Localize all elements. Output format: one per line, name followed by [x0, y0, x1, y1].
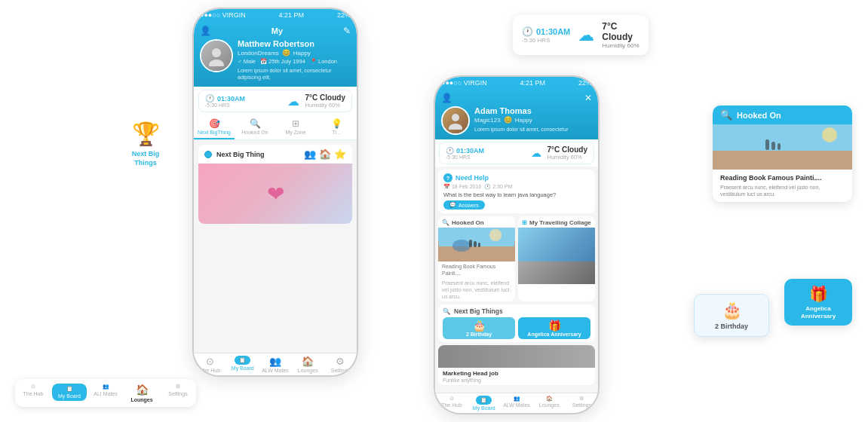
tab-icon-hooked: 🔍 [250, 118, 261, 129]
profile-sub-2: Magic123 😊 Happy [474, 116, 592, 124]
standalone-bar: ⊙ The Hub 📋 My Board 👥 ALI Mates 🏠 Loung… [15, 379, 196, 407]
nbt-icon-p2: 🔍 [443, 307, 451, 315]
birthday-label: 2 Birthday [704, 323, 759, 330]
svg-point-6 [489, 229, 501, 241]
ww-hrs: -5:30 HRS [522, 37, 570, 44]
bottom-bar-1: ⊙ The Hub 📋 My Board 👥 ALW Mates 🏠 Loung… [194, 353, 357, 375]
sb-my-board[interactable]: 📋 My Board [51, 384, 87, 402]
profile-icon-1: 👤 [200, 26, 211, 36]
hooked-on-image [438, 228, 515, 261]
p2-bottom-board[interactable]: 📋 My Board [468, 396, 500, 411]
nbt-award-label: Next BigThings [112, 150, 179, 167]
sb-lounges[interactable]: 🏠 Lounges [124, 384, 160, 402]
profile-header-2: 👤 ✕ Adam Thomas Magic123 😊 Happy [435, 89, 598, 139]
svg-rect-14 [765, 139, 769, 150]
cloud-icon-1: ☁ [287, 95, 299, 108]
p2-bottom-settings[interactable]: ⚙ Settings [566, 396, 598, 411]
group-icon[interactable]: 👥 [304, 148, 316, 160]
profile-name-1: Matthew Robertson [238, 39, 351, 48]
bottom-settings[interactable]: ⚙ Settings [324, 356, 357, 373]
bottom-my-board[interactable]: 📋 My Board [226, 356, 259, 373]
edit-icon-1[interactable]: ✎ [343, 26, 351, 36]
tab-hooked-on[interactable]: 🔍 Hooked On [235, 115, 275, 139]
travelling-image [518, 228, 595, 261]
profile-name-2: Adam Thomas [474, 106, 592, 115]
nbt-dot [204, 151, 212, 158]
p2-bottom-mates[interactable]: 👥 ALW Mates [500, 396, 532, 411]
p2-content: ? Need Help 📅 18 Feb 2016 🕐 2:30 PM What… [435, 167, 598, 393]
svg-rect-12 [713, 151, 852, 170]
mates-icon: 👥 [269, 356, 281, 367]
star-icon[interactable]: ⭐ [334, 148, 346, 160]
nbt-image: ❤ [198, 164, 352, 224]
tab-my-zone[interactable]: ⊞ My Zone [275, 115, 316, 139]
p2-board-icon: 📋 [476, 396, 492, 405]
need-help-question: What is the best way to learn java langu… [443, 191, 590, 198]
house-icon[interactable]: 🏠 [319, 148, 331, 160]
collage-icon: ⊞ [522, 219, 527, 226]
hw-title-bar: 🔍 Hooked On [713, 106, 852, 124]
bottom-alw-mates[interactable]: 👥 ALW Mates [259, 356, 291, 373]
tab-icon-nbt: 🎯 [209, 118, 220, 129]
avatar-2 [441, 106, 470, 135]
content-area-1: Next Big Thing 👥 🏠 ⭐ ❤ [194, 140, 357, 353]
lounges-icon: 🏠 [302, 356, 314, 367]
p2-hub-icon: ⊙ [449, 396, 454, 402]
status-bar-2: ●●●○○ VIRGIN 4:21 PM 22% [435, 77, 598, 89]
sb-lounges-icon: 🏠 [136, 384, 149, 396]
need-help-title: ? Need Help [443, 173, 590, 182]
nbt-card-title: Next Big Thing [216, 151, 265, 158]
sb-hub-icon: ⊙ [31, 384, 35, 390]
hooked-on-card: 🔍 Hooked On [438, 216, 515, 301]
svg-rect-16 [778, 143, 781, 150]
p2-bottom-hub[interactable]: ⊙ The Hub [435, 396, 468, 411]
hw-title: Hooked On [737, 111, 781, 120]
svg-point-13 [822, 127, 837, 142]
hooked-book-desc: Praesent arcu nunc, eleifend vel justo n… [438, 278, 515, 301]
hooked-icon: 🔍 [442, 219, 449, 226]
sb-the-hub[interactable]: ⊙ The Hub [15, 384, 51, 402]
weather-time-1: 01:30AM [217, 95, 245, 102]
status-bar-1: ●●●○○ VIRGIN 4:21 PM 22% [194, 9, 357, 21]
svg-rect-8 [469, 240, 472, 247]
answers-btn[interactable]: 💬 Answers [443, 200, 485, 209]
weather-temp-1: 7°C Cloudy [305, 93, 345, 102]
marketing-sub: Funlike anything [438, 378, 595, 385]
profile-title-1: My [211, 26, 343, 35]
sb-settings[interactable]: ⚙ Settings [160, 384, 196, 402]
p2-nbt-section: 🔍 Next Big Things 🎂 2 Birthday 🎁 Angelic… [438, 304, 595, 342]
travelling-title: ⊞ My Travelling Collage [518, 216, 595, 228]
close-icon-2[interactable]: ✕ [584, 93, 592, 103]
hw-book-title: Reading Book Famous Painti.... [720, 174, 845, 182]
battery-1: 22% [337, 11, 351, 19]
p2-nbt-title: 🔍 Next Big Things [443, 307, 590, 315]
weather-bar-1: 🕐 01:30AM -5:30 HRS ☁ 7°C Cloudy Humidit… [198, 90, 352, 112]
p2-bottom-lounges[interactable]: 🏠 Lounges [533, 396, 566, 411]
sb-alw-mates[interactable]: 👥 ALI Mates [87, 384, 124, 402]
svg-point-2 [452, 114, 459, 121]
p2-grid: 🔍 Hooked On [438, 216, 595, 301]
bottom-the-hub[interactable]: ⊙ The Hub [194, 356, 226, 373]
avatar-1 [200, 39, 233, 72]
nbt-card-1: Next Big Thing 👥 🏠 ⭐ ❤ [198, 145, 352, 224]
sb-settings-icon: ⚙ [176, 384, 180, 390]
phone-1: ●●●○○ VIRGIN 4:21 PM 22% 👤 My ✎ Matthew … [192, 8, 358, 377]
anniversary-label: Angelica Anniversary [792, 305, 845, 320]
p2-settings-icon: ⚙ [579, 396, 584, 402]
cloud-icon-2: ☁ [531, 147, 541, 159]
bottom-lounges[interactable]: 🏠 Lounges [292, 356, 324, 373]
marketing-image [438, 345, 595, 368]
hw-desc: Praesent arcu nunc, eleifend vel justo n… [720, 184, 845, 197]
tab-tips[interactable]: 💡 Ti... [316, 115, 357, 139]
need-help-meta: 📅 18 Feb 2016 🕐 2:30 PM [443, 184, 590, 190]
ww-temp: 7°C Cloudy [602, 21, 639, 42]
marketing-title: Marketing Head job [438, 368, 595, 378]
svg-rect-10 [478, 243, 480, 247]
tab-icon-zone: ⊞ [292, 118, 299, 129]
weather-humidity-1: Humidity 60% [305, 102, 345, 109]
tab-next-big-thing[interactable]: 🎯 Next BigThing [194, 115, 235, 139]
heart-icon: ❤ [267, 182, 284, 206]
phone-2: ●●●○○ VIRGIN 4:21 PM 22% 👤 ✕ Adam Thomas [434, 75, 600, 414]
bottom-bar-2: ⊙ The Hub 📋 My Board 👥 ALW Mates 🏠 Loung… [435, 393, 598, 413]
carrier-1: ●●●○○ VIRGIN [200, 11, 246, 19]
